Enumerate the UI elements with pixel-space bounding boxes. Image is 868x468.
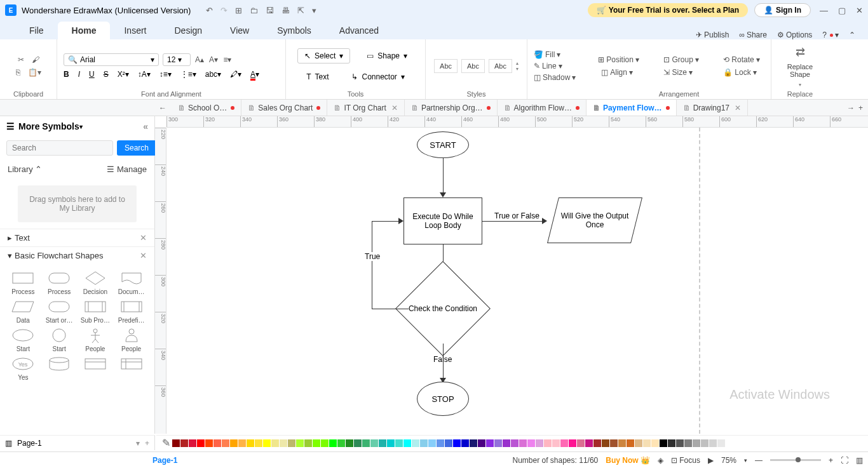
color-swatch[interactable] [288,439,295,447]
document-tab[interactable]: 🗎Partnership Org… [405,100,498,116]
color-swatch[interactable] [255,439,262,447]
bullets-icon[interactable]: ⋮≡▾ [180,70,196,79]
font-size-select[interactable]: 12 ▾ [163,53,191,66]
buy-now-button[interactable]: Buy Now 👑 [606,456,650,465]
redo-icon[interactable]: ↷ [220,6,227,15]
color-swatch[interactable] [362,439,370,447]
color-swatch[interactable] [280,439,287,447]
export-icon[interactable]: ⇱ [297,6,304,15]
section-basic[interactable]: Basic Flowchart Shapes [15,251,103,260]
color-swatch[interactable] [527,439,535,447]
shape-palette-item[interactable] [78,355,114,381]
tab-scroll-right-icon[interactable]: → [847,104,855,112]
fill-button[interactable]: 🪣Fill▾ [534,50,560,59]
shape-palette-item[interactable]: Start [41,326,78,352]
save-icon[interactable]: 🖫 [266,6,274,15]
more-symbols[interactable]: More Symbols [18,121,79,131]
shape-palette-item[interactable]: YesYes [5,355,41,381]
highlight-icon[interactable]: 🖍▾ [230,70,241,79]
color-swatch[interactable] [610,439,618,447]
line-spacing-icon[interactable]: ↕≡▾ [159,70,172,79]
search-input[interactable] [6,140,113,156]
tab-insert[interactable]: Insert [110,22,160,39]
tab-home[interactable]: Home [58,22,111,39]
color-swatch[interactable] [726,439,733,447]
manage-button[interactable]: ☰ Manage [107,164,147,174]
shape-palette-item[interactable]: Start [5,326,41,352]
shadow-button[interactable]: ◫Shadow▾ [534,73,576,82]
shape-palette-item[interactable]: Start or… [41,298,78,324]
color-swatch[interactable] [660,439,667,447]
color-swatch[interactable] [544,439,552,447]
lock-button[interactable]: 🔒Lock▾ [723,68,756,77]
increase-font-icon[interactable]: A▴ [194,55,205,65]
color-swatch[interactable] [313,439,320,447]
color-swatch[interactable] [337,439,345,447]
color-swatch[interactable] [602,439,609,447]
shape-palette-item[interactable]: Process [41,269,78,295]
color-swatch[interactable] [668,439,675,447]
decrease-font-icon[interactable]: A▾ [208,55,219,65]
color-swatch[interactable] [197,439,205,447]
color-swatch[interactable] [494,439,502,447]
replace-shape-icon[interactable]: ⇄ [796,45,805,59]
document-tab[interactable]: 🗎Algorithm Flow… [498,100,587,116]
color-swatch[interactable] [395,439,403,447]
color-swatch[interactable] [717,439,725,447]
shape-palette-item[interactable]: Docum… [113,269,149,295]
page-menu-icon[interactable]: ▾ [136,439,140,448]
underline-icon[interactable]: U [89,70,95,79]
color-swatch[interactable] [585,439,593,447]
zoom-level[interactable]: 75% [721,456,736,465]
signin-button[interactable]: 👤 Sign In [754,3,811,17]
undo-icon[interactable]: ↶ [206,6,213,15]
tab-file[interactable]: File [15,22,58,39]
color-swatch[interactable] [205,439,213,447]
collapse-ribbon-icon[interactable]: ⌃ [849,30,855,39]
paste-icon[interactable]: 📋▾ [28,68,41,77]
color-swatch[interactable] [503,439,510,447]
color-swatch[interactable] [519,439,527,447]
style-preset-1[interactable]: Abc [434,59,458,73]
color-swatch[interactable] [618,439,626,447]
color-swatch[interactable] [684,439,692,447]
style-preset-2[interactable]: Abc [461,59,485,73]
eyedropper-icon[interactable]: ✎ [160,437,172,449]
shape-palette-item[interactable]: Data [5,298,41,324]
shape-palette-item[interactable] [113,355,149,381]
color-swatch[interactable] [329,439,337,447]
flowchart-output[interactable]: Will Give the Output Once [547,197,642,243]
color-swatch[interactable] [511,439,519,447]
color-swatch[interactable] [263,439,271,447]
color-swatch[interactable] [437,439,444,447]
tab-advanced[interactable]: Advanced [325,22,393,39]
color-swatch[interactable] [635,439,642,447]
style-up-icon[interactable]: ▴ [516,60,519,66]
add-tab-icon[interactable]: + [858,104,863,112]
share-button[interactable]: ∞Share [739,30,767,39]
italic-icon[interactable]: I [78,70,80,79]
superscript-icon[interactable]: X²▾ [118,70,129,79]
document-tab[interactable]: 🗎Sales Org Chart [241,100,327,116]
hamburger-icon[interactable]: ☰ [6,121,15,131]
zoom-slider[interactable] [770,459,821,461]
color-swatch[interactable] [354,439,362,447]
trial-banner[interactable]: 🛒 Your Free Trial is over. Select a Plan [588,3,748,17]
color-swatch[interactable] [428,439,436,447]
rotate-button[interactable]: ⟲Rotate▾ [723,55,759,64]
align-button[interactable]: ◫Align▾ [601,68,633,77]
color-swatch[interactable] [172,439,180,447]
help-button[interactable]: ?▾ [822,30,839,39]
tab-symbols[interactable]: Symbols [263,22,325,39]
color-swatch[interactable] [304,439,312,447]
document-tab[interactable]: 🗎School O… [172,100,241,116]
publish-button[interactable]: ✈Publish [696,30,729,39]
presentation-icon[interactable]: ▶ [708,456,714,465]
flowchart-start[interactable]: START [417,131,469,158]
flowchart-exec[interactable]: Execute Do While Loop Body [403,197,482,244]
open-icon[interactable]: 🗀 [250,6,258,15]
spacing-icon[interactable]: ↕A▾ [138,70,151,79]
connector-line[interactable] [443,158,444,194]
shape-palette-item[interactable] [41,355,78,381]
color-swatch[interactable] [470,439,477,447]
